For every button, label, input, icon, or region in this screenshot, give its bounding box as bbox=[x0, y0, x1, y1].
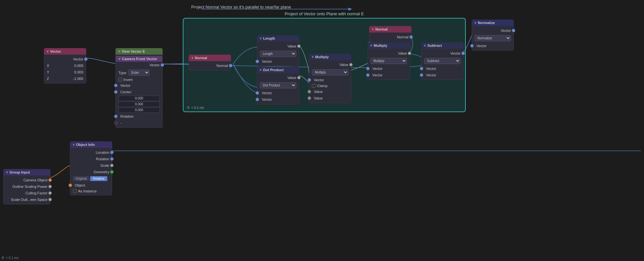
length-value-output: Value bbox=[257, 43, 299, 49]
chevron-icon: ∨ bbox=[118, 57, 121, 60]
vector-output-socket[interactable] bbox=[84, 58, 87, 61]
chevron-icon: ∨ bbox=[118, 50, 120, 53]
length-header[interactable]: ∨ Length bbox=[257, 35, 299, 42]
multiply-right-value1-socket[interactable] bbox=[308, 90, 311, 93]
center-z-field[interactable]: 0.000 bbox=[118, 107, 160, 113]
normal-left-header[interactable]: ∨ Normal bbox=[189, 55, 231, 61]
node-subtract: ∨ Subtract Vector Subtract Vector Vector bbox=[421, 42, 463, 80]
multiply-right-value2-socket[interactable] bbox=[308, 97, 311, 100]
minus-socket[interactable] bbox=[114, 121, 117, 124]
multiply-right-header[interactable]: ∨ Multiply bbox=[309, 54, 351, 60]
normal-right-output-socket[interactable] bbox=[409, 35, 413, 39]
node-vector-body: Vector X 0.000 Y 0.000 Z -1.000 bbox=[44, 55, 86, 84]
scale-outl-socket[interactable] bbox=[48, 198, 52, 201]
subtract-dropdown[interactable]: Subtract bbox=[424, 58, 461, 64]
original-button[interactable]: Original bbox=[73, 176, 89, 181]
clamp-checkbox[interactable] bbox=[312, 84, 316, 88]
object-info-header[interactable]: ∨ Object Info bbox=[70, 141, 112, 148]
clamp-row: Clamp bbox=[309, 83, 351, 88]
camera-object-output: Camera Object bbox=[4, 177, 50, 183]
normalize-vector-input-socket[interactable] bbox=[470, 44, 474, 47]
length-value-label: Value bbox=[288, 44, 296, 48]
dot-product-vector2-socket[interactable] bbox=[256, 98, 259, 101]
multiply-final-dropdown[interactable]: Multiply bbox=[370, 58, 407, 64]
node-vector-header[interactable]: ∨ Vector bbox=[44, 48, 86, 55]
vector-input-row: Vector bbox=[116, 82, 162, 89]
multiply-right-value-socket[interactable] bbox=[349, 63, 353, 66]
geometry-label: Geometry bbox=[94, 170, 109, 174]
center-label: Center: bbox=[120, 90, 132, 94]
dot-product-vector1-socket[interactable] bbox=[256, 91, 259, 95]
object-info-body: Location Rotation Scale Geometry Origina… bbox=[70, 148, 112, 195]
subtract-vector-socket[interactable] bbox=[462, 52, 465, 55]
scale-socket[interactable] bbox=[110, 164, 114, 167]
multiply-right-vector-input: Vector bbox=[309, 77, 351, 83]
as-instance-checkbox[interactable] bbox=[73, 189, 77, 193]
vector-input-socket[interactable] bbox=[114, 84, 117, 87]
camera-vector-socket[interactable] bbox=[161, 63, 164, 67]
subtract-vector-label: Vector bbox=[450, 51, 461, 55]
node-vector-title: Vector bbox=[50, 49, 61, 53]
camera-object-socket[interactable] bbox=[48, 178, 52, 182]
normalize-dropdown[interactable]: Normalize bbox=[475, 35, 511, 41]
subtract-vector2-label: Vector bbox=[426, 73, 436, 77]
bottom-timer-text: < 0.1 ms bbox=[6, 256, 19, 260]
multiply-right-value1-label: Value bbox=[314, 90, 323, 94]
annotation-text: Project Normal Vector so it's parallel t… bbox=[191, 5, 291, 9]
normal-left-output-socket[interactable] bbox=[229, 64, 232, 67]
center-y-field[interactable]: 0.000 bbox=[118, 101, 160, 107]
outline-scaling-label: Outline Scaling Power bbox=[12, 185, 47, 189]
rotation-socket[interactable] bbox=[114, 115, 117, 118]
normal-left-output-label: Normal bbox=[217, 64, 228, 68]
x-label: X bbox=[47, 64, 49, 68]
multiply-final-vector1-socket[interactable] bbox=[366, 67, 369, 70]
outline-scaling-socket[interactable] bbox=[48, 185, 52, 188]
scale-label: Scale bbox=[100, 163, 109, 167]
camera-front-vector-header[interactable]: ∨ Camera Front Vector bbox=[116, 56, 162, 62]
multiply-final-header[interactable]: ∨ Multiply bbox=[368, 42, 410, 49]
view-vector-e-header[interactable]: ∨ View Vector E bbox=[115, 48, 163, 55]
normal-left-body: Normal bbox=[189, 61, 231, 71]
scale-outl-label: Scale Outl...een Space bbox=[11, 198, 47, 202]
group-input-header[interactable]: ∨ Group Input bbox=[3, 169, 50, 176]
geometry-socket[interactable] bbox=[110, 170, 114, 174]
object-input-socket[interactable] bbox=[69, 184, 72, 187]
subtract-vector2-socket[interactable] bbox=[420, 73, 423, 77]
type-label: Type: bbox=[118, 71, 127, 75]
location-socket[interactable] bbox=[110, 151, 114, 154]
type-dropdown[interactable]: Euler bbox=[128, 70, 150, 76]
subtract-body: Vector Subtract Vector Vector bbox=[421, 49, 463, 80]
center-input-socket[interactable] bbox=[114, 90, 117, 94]
normalize-header[interactable]: ∨ Normalize bbox=[472, 20, 514, 26]
subtract-vector1-socket[interactable] bbox=[420, 67, 423, 70]
y-label: Y bbox=[47, 70, 49, 74]
dot-product-vector2-input: Vector bbox=[257, 96, 299, 103]
multiply-right-vector-socket[interactable] bbox=[308, 78, 311, 82]
dot-product-value-output: Value bbox=[257, 74, 299, 81]
y-value: 0.000 bbox=[74, 70, 83, 74]
length-dropdown[interactable]: Length bbox=[260, 51, 296, 57]
invert-checkbox[interactable] bbox=[118, 78, 122, 82]
culling-factor-socket[interactable] bbox=[48, 191, 52, 195]
rotation-socket[interactable] bbox=[110, 157, 114, 161]
normalize-vector-input-label: Vector bbox=[476, 44, 487, 48]
dot-product-header[interactable]: ∨ Dot Product bbox=[257, 67, 299, 73]
minus-label: - bbox=[120, 121, 122, 125]
dot-product-dropdown[interactable]: Dot Product bbox=[260, 82, 296, 88]
chevron-icon: ∨ bbox=[260, 37, 262, 40]
subtract-header[interactable]: ∨ Subtract bbox=[421, 42, 463, 49]
center-x-field[interactable]: 0.000 bbox=[118, 96, 160, 101]
multiply-final-value-socket[interactable] bbox=[408, 52, 411, 55]
multiply-final-vector2-socket[interactable] bbox=[366, 73, 369, 77]
location-output: Location bbox=[70, 149, 112, 156]
dot-product-value-socket[interactable] bbox=[297, 76, 301, 79]
node-dot-product: ∨ Dot Product Value Dot Product Vector V… bbox=[257, 67, 299, 104]
relative-button[interactable]: Relative bbox=[90, 176, 107, 181]
multiply-right-dropdown[interactable]: Multiply bbox=[312, 69, 348, 75]
normalize-vector-output-socket[interactable] bbox=[512, 29, 515, 32]
vector-output-row: Vector bbox=[44, 56, 86, 62]
normal-right-header[interactable]: ∨ Normal bbox=[369, 26, 411, 33]
length-vector-socket[interactable] bbox=[256, 60, 259, 63]
length-value-socket[interactable] bbox=[297, 45, 301, 48]
culling-factor-output: Culling Factor bbox=[4, 190, 50, 196]
